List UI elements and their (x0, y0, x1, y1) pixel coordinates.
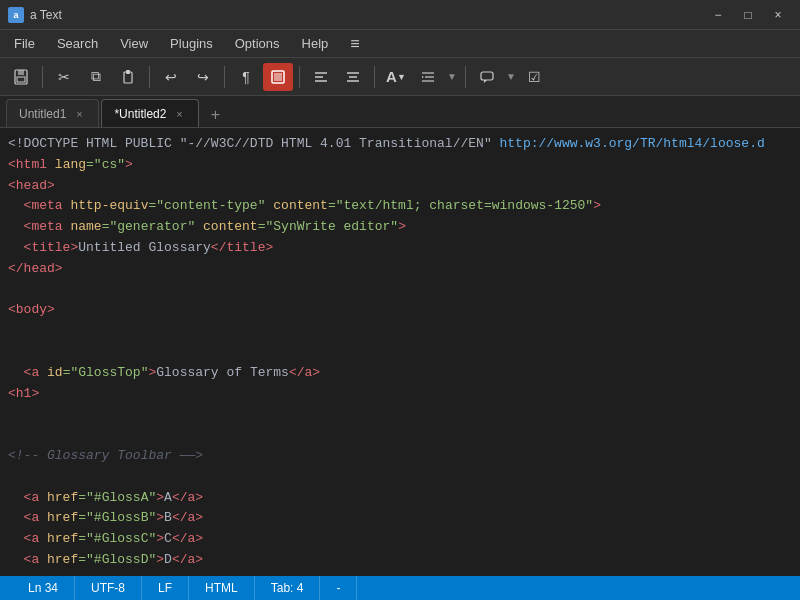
menu-view[interactable]: View (110, 32, 158, 55)
toolbar-separator-3 (224, 66, 225, 88)
tab-label-untitled2: *Untitled2 (114, 107, 166, 121)
menu-plugins[interactable]: Plugins (160, 32, 223, 55)
status-tab-size: Tab: 4 (255, 576, 321, 600)
menu-options[interactable]: Options (225, 32, 290, 55)
status-language: HTML (189, 576, 255, 600)
title-text: a Text (30, 8, 62, 22)
code-line: <h1> (0, 384, 800, 405)
comment-button[interactable] (472, 63, 502, 91)
title-bar: a a Text − □ × (0, 0, 800, 30)
status-position: Ln 34 (12, 576, 75, 600)
paste-button[interactable] (113, 63, 143, 91)
status-encoding: UTF-8 (75, 576, 142, 600)
align-left-button[interactable] (306, 63, 336, 91)
code-line: <title>Untitled Glossary</title> (0, 238, 800, 259)
code-line: <!-- Glossary Toolbar ——> (0, 446, 800, 467)
toolbar-separator-5 (374, 66, 375, 88)
code-line (0, 342, 800, 363)
title-bar-left: a a Text (8, 7, 62, 23)
code-line (0, 425, 800, 446)
svg-rect-2 (17, 77, 25, 82)
svg-marker-17 (484, 80, 487, 83)
close-button[interactable]: × (764, 5, 792, 25)
hamburger-menu[interactable]: ≡ (344, 33, 365, 55)
tabs-bar: Untitled1 × *Untitled2 × + (0, 96, 800, 128)
code-line (0, 321, 800, 342)
app-icon: a (8, 7, 24, 23)
toolbar-separator-1 (42, 66, 43, 88)
code-line: <a id="GlossTop">Glossary of Terms</a> (0, 363, 800, 384)
redo-button[interactable]: ↪ (188, 63, 218, 91)
copy-button[interactable]: ⧉ (81, 63, 111, 91)
toolbar-separator-6 (465, 66, 466, 88)
code-line (0, 467, 800, 488)
code-line: <!DOCTYPE HTML PUBLIC "-//W3C//DTD HTML … (0, 134, 800, 155)
comment-arrow: ▼ (504, 71, 518, 82)
status-bar: Ln 34 UTF-8 LF HTML Tab: 4 - (0, 576, 800, 600)
svg-rect-16 (481, 72, 493, 80)
toolbar-separator-4 (299, 66, 300, 88)
toolbar: ✂ ⧉ ↩ ↪ ¶ A▼ ▼ ▼ ☑ (0, 58, 800, 96)
code-line: <a href="#GlossA">A</a> (0, 488, 800, 509)
code-line: <meta name="generator" content="SynWrite… (0, 217, 800, 238)
indent-arrow: ▼ (445, 71, 459, 82)
code-line: </head> (0, 259, 800, 280)
code-line: <a href="#GlossC">C</a> (0, 529, 800, 550)
status-extra: - (320, 576, 357, 600)
cut-button[interactable]: ✂ (49, 63, 79, 91)
checkbox-button[interactable]: ☑ (520, 63, 550, 91)
align-center-button[interactable] (338, 63, 368, 91)
tab-label-untitled1: Untitled1 (19, 107, 66, 121)
font-button[interactable]: A▼ (381, 63, 411, 91)
svg-rect-6 (274, 73, 282, 81)
new-tab-button[interactable]: + (203, 103, 227, 127)
svg-rect-1 (18, 70, 24, 75)
tab-untitled2[interactable]: *Untitled2 × (101, 99, 199, 127)
code-line (0, 404, 800, 425)
menu-file[interactable]: File (4, 32, 45, 55)
code-line: <a href="#GlossB">B</a> (0, 508, 800, 529)
save-button[interactable] (6, 63, 36, 91)
indent-button[interactable] (413, 63, 443, 91)
minimize-button[interactable]: − (704, 5, 732, 25)
code-line (0, 280, 800, 301)
editor[interactable]: <!DOCTYPE HTML PUBLIC "-//W3C//DTD HTML … (0, 128, 800, 576)
highlight-button[interactable] (263, 63, 293, 91)
tab-close-untitled2[interactable]: × (172, 107, 186, 121)
pilcrow-button[interactable]: ¶ (231, 63, 261, 91)
menu-search[interactable]: Search (47, 32, 108, 55)
code-line: <meta http-equiv="content-type" content=… (0, 196, 800, 217)
maximize-button[interactable]: □ (734, 5, 762, 25)
svg-rect-4 (126, 70, 130, 74)
menu-bar: File Search View Plugins Options Help ≡ (0, 30, 800, 58)
code-line: <head> (0, 176, 800, 197)
status-line-ending: LF (142, 576, 189, 600)
code-line: <body> (0, 300, 800, 321)
window-controls: − □ × (704, 5, 792, 25)
toolbar-separator-2 (149, 66, 150, 88)
code-line: <a href="#GlossD">D</a> (0, 550, 800, 571)
tab-untitled1[interactable]: Untitled1 × (6, 99, 99, 127)
tab-close-untitled1[interactable]: × (72, 107, 86, 121)
menu-help[interactable]: Help (292, 32, 339, 55)
undo-button[interactable]: ↩ (156, 63, 186, 91)
code-line: <html lang="cs"> (0, 155, 800, 176)
